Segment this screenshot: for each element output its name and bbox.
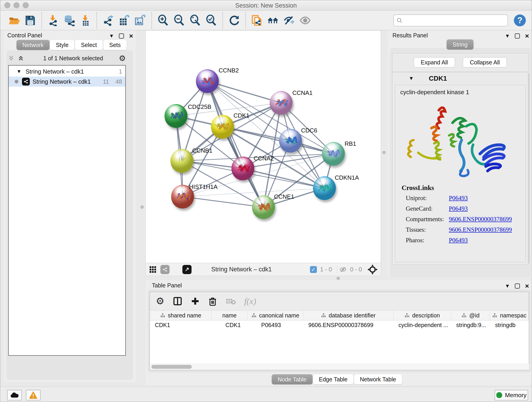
node-label-cdc6[interactable]: CDC6 [301, 127, 317, 134]
function-builder-icon[interactable]: f(x) [244, 296, 256, 306]
pharos-link[interactable]: P06493 [449, 237, 468, 244]
column-header[interactable]: canonical name [247, 311, 303, 320]
node-label-rb1[interactable]: RB1 [345, 140, 356, 147]
node-label-ccnb1[interactable]: CCNB1 [192, 147, 212, 154]
results-scrollbar[interactable] [528, 74, 530, 263]
uniprot-link[interactable]: P06493 [449, 195, 468, 202]
network-options-gear-icon[interactable]: ⚙ [119, 54, 126, 62]
column-header[interactable]: description [393, 311, 451, 320]
float-panel-icon[interactable] [119, 33, 124, 38]
scrollbar-thumb[interactable] [152, 365, 192, 369]
import-network-file-button[interactable] [46, 14, 60, 27]
gene-expand-icon[interactable]: ▼ [409, 76, 414, 81]
zoom-selected-button[interactable] [205, 14, 218, 27]
column-header[interactable]: database identifier [303, 311, 393, 320]
close-panel-icon[interactable]: × [525, 32, 529, 39]
detach-view-icon[interactable] [182, 265, 191, 274]
network-node-ccnb2[interactable] [196, 69, 219, 93]
export-image-button[interactable] [133, 14, 147, 27]
tissues-link[interactable]: 9606.ENSP00000378699 [449, 226, 512, 233]
column-header[interactable]: namespac [490, 311, 529, 320]
delete-column-trash-icon[interactable] [208, 297, 217, 306]
close-panel-icon[interactable]: × [525, 283, 529, 289]
node-label-hist1h1a[interactable]: HIST1H1A [189, 183, 217, 191]
network-canvas[interactable]: CCNB2CCNA1CDC25BCDK1CDC6RB1CCNB1CCNA2CDK… [146, 30, 381, 263]
network-node-cdk1[interactable] [211, 115, 234, 139]
import-table-file-button[interactable] [79, 14, 92, 27]
open-session-button[interactable] [7, 14, 21, 27]
export-table-button[interactable] [118, 14, 131, 27]
delete-table-icon[interactable] [225, 297, 236, 306]
memory-button[interactable]: Memory [495, 390, 528, 400]
hide-selected-button[interactable] [283, 14, 296, 27]
collapse-panel-icon[interactable]: ▼ [109, 33, 114, 38]
table-horizontal-scrollbar[interactable] [150, 364, 529, 370]
tab-sets[interactable]: Sets [103, 40, 127, 50]
tab-string[interactable]: String [447, 39, 473, 50]
network-node-ccna1[interactable] [270, 91, 293, 115]
tab-node-table[interactable]: Node Table [272, 374, 312, 384]
grid-view-icon[interactable] [149, 266, 157, 274]
close-panel-icon[interactable]: × [129, 32, 133, 39]
node-label-cdkn1a[interactable]: CDKN1A [335, 174, 359, 181]
zoom-out-button[interactable] [172, 14, 186, 27]
birdseye-crosshair-icon[interactable] [367, 264, 378, 274]
create-column-plus-icon[interactable] [191, 297, 200, 306]
save-session-button[interactable] [24, 14, 37, 27]
node-label-ccna1[interactable]: CCNA1 [292, 89, 312, 96]
network-share-icon[interactable] [160, 265, 170, 274]
node-label-ccna2[interactable]: CCNA2 [254, 155, 274, 162]
network-collection-row[interactable]: ▼ String Network – cdk1 1 [9, 66, 125, 77]
network-node-cdkn1a[interactable] [313, 176, 336, 200]
show-columns-icon[interactable] [173, 296, 182, 306]
help-button[interactable]: ? [514, 14, 526, 26]
table-row[interactable]: CDK1 CDK1 P06493 9606.ENSP00000378699 cy… [150, 320, 529, 331]
compartments-link[interactable]: 9606.ENSP00000378699 [449, 216, 512, 223]
column-header[interactable]: @id [451, 311, 490, 320]
float-panel-icon[interactable] [515, 33, 520, 38]
expand-all-button[interactable]: Expand All [414, 57, 455, 67]
tab-network-table[interactable]: Network Table [354, 374, 402, 384]
network-row-selected[interactable]: String Network – cdk1 11 48 [9, 77, 125, 87]
collapse-panel-icon[interactable]: ▼ [505, 283, 510, 288]
zoom-fit-button[interactable] [189, 14, 202, 27]
export-network-button[interactable] [101, 14, 115, 27]
network-node-cdc6[interactable] [279, 129, 302, 153]
node-label-cdc25b[interactable]: CDC25B [188, 103, 211, 110]
selected-nodes-checkbox-icon[interactable]: ✓ [310, 266, 317, 273]
gene-card-header[interactable]: ▼ CDK1 [393, 73, 528, 84]
tab-network[interactable]: Network [17, 40, 50, 50]
network-node-ccne1[interactable] [252, 195, 275, 219]
bottom-splitter-grip[interactable] [336, 277, 340, 280]
network-node-ccnb1[interactable] [171, 149, 193, 173]
import-network-database-button[interactable] [63, 14, 76, 27]
tab-style[interactable]: Style [50, 40, 75, 50]
zoom-in-button[interactable] [157, 14, 170, 27]
first-neighbors-button[interactable] [250, 14, 264, 27]
node-label-ccne1[interactable]: CCNE1 [274, 193, 294, 200]
network-node-rb1[interactable] [322, 142, 345, 166]
search-box[interactable] [393, 14, 508, 26]
genecard-link[interactable]: P06493 [449, 205, 468, 212]
collapse-panel-icon[interactable]: ▼ [505, 33, 510, 38]
apply-layout-button[interactable] [228, 14, 241, 27]
expand-all-networks-icon[interactable] [18, 55, 24, 61]
table-settings-gear-icon[interactable]: ⚙ [156, 296, 165, 306]
cloud-status-button[interactable] [7, 390, 22, 400]
tab-edge-table[interactable]: Edge Table [313, 374, 354, 384]
network-node-cdc25b[interactable] [165, 104, 187, 128]
houses-icon-button[interactable] [266, 14, 280, 27]
tab-select[interactable]: Select [75, 40, 103, 50]
node-label-cdk1[interactable]: CDK1 [234, 112, 249, 119]
collapse-all-button[interactable]: Collapse All [463, 57, 507, 67]
show-all-button[interactable] [298, 14, 312, 27]
node-label-ccnb2[interactable]: CCNB2 [219, 67, 239, 74]
collection-expand-icon[interactable]: ▼ [17, 69, 22, 74]
search-input[interactable] [405, 17, 505, 24]
float-panel-icon[interactable] [515, 283, 520, 288]
column-header[interactable]: shared name [150, 311, 212, 320]
left-splitter-grip[interactable] [140, 206, 144, 209]
network-node-ccna2[interactable] [231, 157, 254, 180]
column-header[interactable]: name [212, 311, 247, 320]
right-splitter-grip[interactable] [382, 151, 386, 154]
